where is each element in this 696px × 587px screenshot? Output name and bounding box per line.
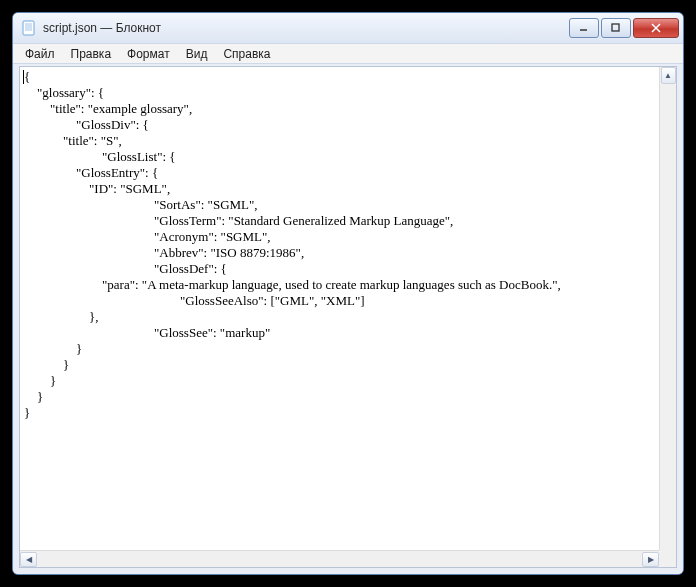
scroll-corner bbox=[659, 550, 676, 567]
notepad-app-icon bbox=[21, 20, 37, 36]
menu-file[interactable]: Файл bbox=[17, 45, 63, 63]
window-controls bbox=[569, 18, 679, 38]
scroll-up-arrow[interactable]: ▲ bbox=[661, 67, 676, 84]
app-window: script.json — Блокнот Файл Правка Формат… bbox=[12, 12, 684, 575]
text-editor[interactable]: { "glossary": { "title": "example glossa… bbox=[19, 66, 677, 568]
menu-format[interactable]: Формат bbox=[119, 45, 178, 63]
menu-view[interactable]: Вид bbox=[178, 45, 216, 63]
editor-content[interactable]: { "glossary": { "title": "example glossa… bbox=[20, 67, 676, 423]
titlebar[interactable]: script.json — Блокнот bbox=[13, 13, 683, 43]
horizontal-scrollbar[interactable]: ◀ ▶ bbox=[20, 550, 659, 567]
close-button[interactable] bbox=[633, 18, 679, 38]
client-area: { "glossary": { "title": "example glossa… bbox=[13, 64, 683, 574]
maximize-button[interactable] bbox=[601, 18, 631, 38]
window-title: script.json — Блокнот bbox=[43, 21, 569, 35]
minimize-button[interactable] bbox=[569, 18, 599, 38]
menu-help[interactable]: Справка bbox=[215, 45, 278, 63]
menubar: Файл Правка Формат Вид Справка bbox=[13, 43, 683, 64]
menu-edit[interactable]: Правка bbox=[63, 45, 120, 63]
vertical-scrollbar[interactable]: ▲ ▼ bbox=[659, 67, 676, 567]
scroll-left-arrow[interactable]: ◀ bbox=[20, 552, 37, 567]
scroll-right-arrow[interactable]: ▶ bbox=[642, 552, 659, 567]
svg-rect-6 bbox=[612, 24, 619, 31]
